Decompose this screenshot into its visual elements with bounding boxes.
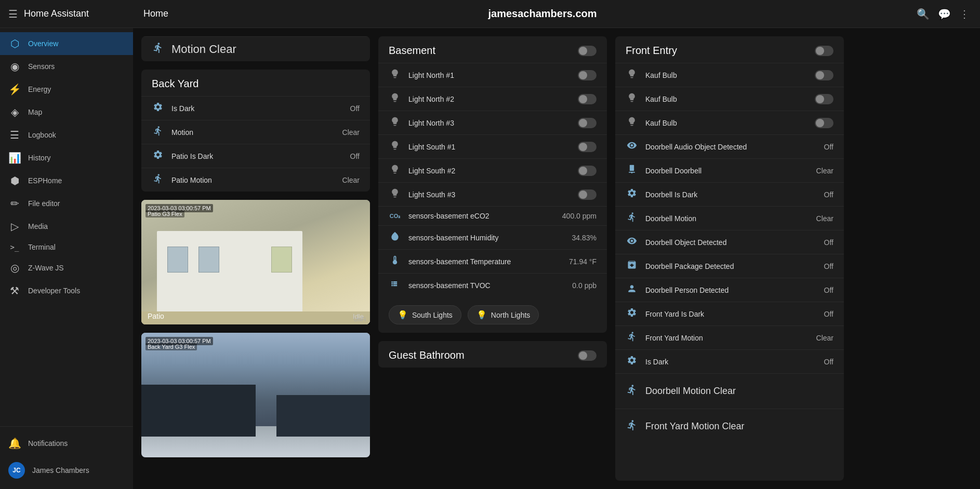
sidebar-item-logbook[interactable]: ☰ Logbook: [0, 124, 133, 146]
svg-point-1: [631, 172, 633, 173]
content-area: Motion Clear Back Yard Is Dark Off: [133, 28, 980, 489]
sidebar-item-label: Logbook: [28, 131, 56, 139]
front-entry-toggle[interactable]: [815, 46, 833, 56]
backyard-entity-value-3: Clear: [342, 176, 360, 184]
fe-entity-toggle-2[interactable]: [815, 118, 833, 128]
doorbell-motion-clear-row: Doorbell Motion Clear: [615, 373, 844, 409]
fe-entity-value-11: Clear: [816, 334, 833, 342]
sidebar-item-esphome[interactable]: ⬢ ESPHome: [0, 169, 133, 192]
sidebar-item-map[interactable]: ◈ Map: [0, 101, 133, 124]
fe-entity-name-3: Doorbell Audio Object Detected: [645, 143, 817, 151]
basement-entity-9: sensors-basement TVOC 0.0 ppb: [378, 273, 607, 297]
media-icon: ▷: [8, 220, 21, 233]
basement-entity-8: sensors-basement Temperature 71.94 °F: [378, 249, 607, 273]
fe-entity-8: Doorbell Package Detected Off: [615, 254, 844, 278]
front-entry-column: Front Entry Kauf Bulb: [615, 36, 844, 481]
basement-entity-toggle-4[interactable]: [578, 166, 597, 176]
basement-toggle[interactable]: [578, 46, 597, 56]
fe-entity-name-6: Doorbell Motion: [645, 214, 809, 223]
fe-settings-icon-5: [626, 188, 638, 201]
fe-entity-10: Front Yard Is Dark Off: [615, 302, 844, 325]
topbar: Home jamesachambers.com 🔍 💬 ⋮: [133, 0, 980, 28]
energy-icon: ⚡: [8, 83, 21, 96]
sidebar-item-label: Developer Tools: [28, 287, 80, 295]
basement-entity-name-5: Light South #3: [408, 191, 571, 199]
sidebar-item-terminal[interactable]: >_ Terminal: [0, 238, 133, 256]
sidebar-item-devtools[interactable]: ⚒ Developer Tools: [0, 279, 133, 302]
south-lights-button[interactable]: 💡 South Lights: [389, 305, 461, 324]
backyard-header: Back Yard: [141, 70, 370, 96]
camera-backyard[interactable]: 2023-03-03 03:00:57 PM Back Yard G3 Flex: [141, 333, 370, 457]
camera-label-1: Patio G3 Flex: [145, 210, 184, 218]
zwave-icon: ◎: [8, 262, 21, 274]
fe-entity-5: Doorbell Is Dark Off: [615, 182, 844, 206]
fe-entity-name-7: Doorbell Object Detected: [645, 238, 817, 247]
basement-entity-toggle-3[interactable]: [578, 142, 597, 152]
basement-column: Basement Light North #1 Light North #2: [378, 36, 607, 481]
backyard-entity-2: Patio Is Dark Off: [141, 144, 370, 168]
fe-eye-icon-7: [626, 236, 638, 249]
terminal-icon: >_: [8, 243, 21, 251]
basement-entity-toggle-0[interactable]: [578, 70, 597, 80]
backyard-entity-name-0: Is Dark: [171, 104, 343, 113]
basement-entity-toggle-1[interactable]: [578, 94, 597, 104]
sidebar-item-label: Map: [28, 108, 42, 116]
sidebar-header: ☰ Home Assistant: [0, 0, 133, 28]
sidebar-item-overview[interactable]: ⬡ Overview: [0, 32, 133, 55]
fe-entity-name-4: Doorbell Doorbell: [645, 167, 809, 175]
basement-entity-2: Light North #3: [378, 111, 607, 134]
north-lights-button[interactable]: 💡 North Lights: [468, 305, 539, 324]
sidebar-item-sensors[interactable]: ◉ Sensors: [0, 55, 133, 78]
basement-entity-5: Light South #3: [378, 182, 607, 206]
search-icon[interactable]: 🔍: [917, 8, 930, 20]
topbar-actions: 🔍 💬 ⋮: [917, 8, 970, 20]
motion-clear-card: Motion Clear: [141, 36, 370, 61]
fe-entity-value-7: Off: [824, 238, 833, 247]
fe-entity-toggle-0[interactable]: [815, 70, 833, 80]
basement-entity-toggle-2[interactable]: [578, 118, 597, 128]
sidebar-item-fileeditor[interactable]: ✏ File editor: [0, 192, 133, 215]
sidebar-item-notifications[interactable]: 🔔 Notifications: [0, 431, 133, 456]
light-icon-4: [389, 164, 401, 177]
menu-icon[interactable]: ☰: [8, 8, 18, 20]
guest-bathroom-toggle[interactable]: [578, 350, 597, 361]
camera-patio-feed: 2023-03-03 03:00:57 PM Patio G3 Flex Pat…: [141, 200, 370, 324]
backyard-entity-0: Is Dark Off: [141, 96, 370, 120]
basement-entity-name-9: sensors-basement TVOC: [408, 281, 565, 290]
sidebar-nav: ⬡ Overview ◉ Sensors ⚡ Energy ◈ Map ☰ Lo…: [0, 28, 133, 426]
backyard-entity-1: Motion Clear: [141, 120, 370, 144]
fe-entity-name-8: Doorbell Package Detected: [645, 262, 817, 270]
fe-entity-name-2: Kauf Bulb: [645, 119, 807, 127]
fe-entity-name-5: Doorbell Is Dark: [645, 191, 817, 199]
light-icon-3: [389, 140, 401, 153]
chat-icon[interactable]: 💬: [938, 8, 951, 20]
basement-entity-toggle-5[interactable]: [578, 189, 597, 200]
front-yard-motion-clear-icon: [626, 419, 638, 433]
sidebar-item-user[interactable]: JC James Chambers: [0, 456, 133, 485]
fe-entity-value-9: Off: [824, 286, 833, 294]
fe-entity-9: Doorbell Person Detected Off: [615, 278, 844, 302]
basement-entity-name-1: Light North #2: [408, 95, 571, 103]
notifications-icon: 🔔: [8, 437, 21, 450]
fe-entity-toggle-1[interactable]: [815, 94, 833, 104]
motion-clear-row: Motion Clear: [141, 36, 370, 61]
fe-entity-6: Doorbell Motion Clear: [615, 206, 844, 230]
co2-icon: CO₂: [389, 213, 401, 220]
esphome-icon: ⬢: [8, 174, 21, 187]
basement-entity-value-6: 400.0 ppm: [562, 212, 597, 220]
motion-icon-3: [152, 173, 164, 186]
user-name: James Chambers: [32, 466, 89, 474]
motion-icon-1: [152, 126, 164, 139]
basement-entity-name-0: Light North #1: [408, 71, 571, 79]
map-icon: ◈: [8, 106, 21, 118]
sidebar-item-energy[interactable]: ⚡ Energy: [0, 78, 133, 101]
sidebar-item-media[interactable]: ▷ Media: [0, 215, 133, 238]
camera-patio[interactable]: 2023-03-03 03:00:57 PM Patio G3 Flex Pat…: [141, 200, 370, 324]
backyard-entity-value-0: Off: [350, 104, 360, 113]
tvoc-icon: [389, 279, 401, 292]
sidebar-item-history[interactable]: 📊 History: [0, 146, 133, 169]
sidebar-item-zwave[interactable]: ◎ Z-Wave JS: [0, 256, 133, 279]
more-menu-icon[interactable]: ⋮: [959, 8, 970, 20]
camera-backyard-feed: 2023-03-03 03:00:57 PM Back Yard G3 Flex: [141, 333, 370, 457]
sidebar-item-label: Overview: [28, 39, 58, 48]
